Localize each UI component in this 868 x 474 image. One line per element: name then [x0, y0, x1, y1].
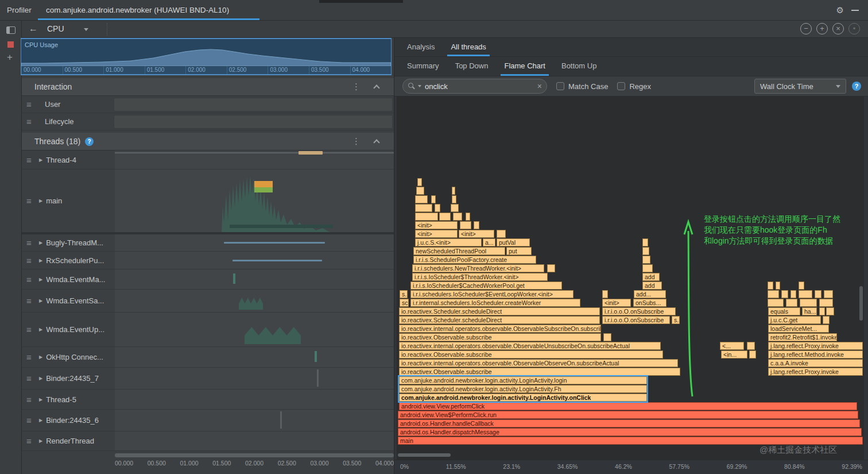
- regex-option[interactable]: Regex: [617, 82, 651, 91]
- collapse-chevron-icon[interactable]: [373, 139, 379, 145]
- kebab-menu-icon[interactable]: ⋮: [352, 136, 361, 147]
- thread-track[interactable]: [115, 290, 394, 312]
- thread-row[interactable]: ≡▶OkHttp Connec...: [22, 347, 394, 368]
- flame-frame[interactable]: [453, 213, 462, 221]
- match-case-checkbox[interactable]: [556, 82, 564, 90]
- zoom-out-button[interactable]: −: [800, 23, 812, 34]
- interaction-track[interactable]: [114, 115, 393, 129]
- flame-frame[interactable]: i.r.i.s.SchedulerPoolFactory.create: [413, 256, 536, 264]
- flame-frame[interactable]: newScheduledThreadPool: [413, 247, 505, 255]
- expand-arrow-icon[interactable]: ▶: [39, 376, 42, 381]
- flame-frame[interactable]: [642, 238, 648, 246]
- flame-frame[interactable]: [497, 230, 506, 238]
- drag-handle-icon[interactable]: ≡: [26, 196, 38, 206]
- sessions-panel-icon[interactable]: [6, 26, 16, 34]
- flame-frame[interactable]: j.lang.reflect.Method.invoke: [768, 350, 863, 359]
- flame-frame[interactable]: i.r.i.schedulers.IoScheduler$EventLoopWo…: [410, 290, 574, 298]
- search-options-caret-icon[interactable]: [418, 85, 421, 87]
- flame-frame[interactable]: [786, 299, 797, 307]
- expand-arrow-icon[interactable]: ▶: [39, 438, 42, 444]
- thread-row[interactable]: ≡▶RxSchedulerPu...: [22, 252, 394, 269]
- flame-frame[interactable]: <init>: [415, 230, 458, 238]
- zoom-in-button[interactable]: +: [816, 23, 828, 34]
- thread-track[interactable]: [115, 313, 394, 346]
- thread-track[interactable]: [115, 269, 394, 289]
- flame-frame[interactable]: android.view.View$PerformClick.run: [398, 411, 858, 419]
- flame-frame[interactable]: io.reactivex.Scheduler.scheduleDirect: [399, 307, 600, 315]
- flame-frame[interactable]: [823, 316, 830, 324]
- flame-frame[interactable]: add...: [634, 290, 666, 298]
- flame-frame[interactable]: [452, 195, 456, 203]
- flame-frame[interactable]: [776, 282, 780, 290]
- flame-frame[interactable]: j.lang.reflect.Proxy.invoke: [768, 342, 863, 350]
- flame-frame[interactable]: main: [398, 437, 863, 445]
- thread-row[interactable]: ≡▶Binder:24435_7: [22, 368, 394, 390]
- vertical-scrollbar[interactable]: [859, 286, 863, 321]
- flame-frame[interactable]: <init>: [459, 230, 494, 238]
- flame-frame[interactable]: [439, 213, 451, 221]
- search-input[interactable]: [425, 82, 535, 91]
- flame-frame[interactable]: [603, 333, 611, 341]
- thread-row[interactable]: ≡▶Bugly-ThreadM...: [22, 234, 394, 252]
- flame-frame[interactable]: [799, 290, 812, 298]
- flame-frame[interactable]: <init>: [602, 299, 631, 307]
- match-case-option[interactable]: Match Case: [556, 82, 608, 91]
- drag-handle-icon[interactable]: ≡: [26, 275, 38, 284]
- regex-checkbox[interactable]: [617, 82, 625, 90]
- flame-frame[interactable]: [768, 282, 773, 290]
- drag-handle-icon[interactable]: ≡: [26, 352, 38, 362]
- cpu-usage-chart[interactable]: CPU Usage 00.00000.50001.00001.50002.000…: [21, 38, 392, 75]
- flame-frame[interactable]: [747, 342, 755, 350]
- flame-frame[interactable]: <...: [720, 342, 744, 350]
- flame-frame[interactable]: i.r.i.s.IoScheduler$CachedWorkerPool.get: [410, 282, 562, 290]
- kebab-menu-icon[interactable]: ⋮: [352, 82, 361, 92]
- clear-search-icon[interactable]: ×: [537, 82, 542, 91]
- flame-frame[interactable]: [642, 247, 649, 255]
- flame-frame[interactable]: io.reactivex.internal.operators.observab…: [399, 325, 601, 333]
- flame-frame[interactable]: io.reactivex.internal.operators.observab…: [399, 359, 678, 367]
- flame-frame[interactable]: io.reactivex.Observable.subscribe: [399, 333, 601, 341]
- clock-type-dropdown[interactable]: Wall Clock Time: [754, 79, 846, 94]
- flame-frame[interactable]: a...: [483, 238, 495, 246]
- flame-frame[interactable]: [415, 204, 432, 212]
- flame-frame[interactable]: [642, 264, 653, 272]
- flame-frame[interactable]: retrofit2.Retrofit$1.invoke: [768, 333, 837, 341]
- expand-arrow-icon[interactable]: ▶: [39, 157, 42, 163]
- reset-zoom-button[interactable]: ×: [832, 23, 844, 34]
- subtab-bottom-up[interactable]: Bottom Up: [553, 57, 604, 76]
- flame-frame[interactable]: onSubs...: [633, 299, 666, 307]
- thread-track[interactable]: [115, 410, 394, 431]
- flame-frame[interactable]: i.r.i.s.IoScheduler$ThreadWorker.<init>: [412, 273, 548, 281]
- tab-analysis[interactable]: Analysis: [399, 38, 443, 56]
- flame-frame[interactable]: [417, 178, 422, 186]
- flame-frame[interactable]: [781, 290, 788, 298]
- flame-frame[interactable]: c.a.a.A.invoke: [768, 359, 863, 367]
- flame-frame[interactable]: [416, 187, 424, 195]
- stage-selector[interactable]: CPU: [47, 24, 88, 33]
- back-arrow-icon[interactable]: ←: [29, 24, 38, 34]
- expand-arrow-icon[interactable]: ▶: [39, 258, 42, 263]
- flame-frame[interactable]: [474, 221, 479, 229]
- subtab-top-down[interactable]: Top Down: [447, 57, 497, 76]
- horizontal-scrollbar[interactable]: [398, 453, 451, 457]
- flame-frame[interactable]: [819, 299, 833, 307]
- thread-track[interactable]: [115, 390, 394, 409]
- thread-row[interactable]: ≡▶Wmda.EventUp...: [22, 313, 394, 347]
- expand-arrow-icon[interactable]: ▶: [39, 418, 42, 423]
- subtab-summary[interactable]: Summary: [399, 57, 447, 76]
- thread-row[interactable]: ≡▶Wmda.EventMa...: [22, 269, 394, 290]
- drag-handle-icon[interactable]: ≡: [26, 296, 38, 306]
- flame-frame[interactable]: putVal: [497, 238, 530, 246]
- flame-frame[interactable]: [790, 290, 796, 298]
- flame-frame[interactable]: <init>: [415, 221, 458, 229]
- drag-handle-icon[interactable]: ≡: [26, 256, 38, 265]
- flame-frame[interactable]: android.os.Handler.handleCallback: [398, 419, 860, 427]
- thread-row[interactable]: ≡▶Binder:24435_6: [22, 410, 394, 431]
- drag-handle-icon[interactable]: ≡: [26, 238, 38, 248]
- zoom-to-selection-button[interactable]: •: [848, 23, 860, 34]
- drag-handle-icon[interactable]: ≡: [26, 117, 38, 126]
- interaction-track[interactable]: [114, 98, 393, 111]
- drag-handle-icon[interactable]: ≡: [26, 373, 38, 383]
- flame-chart[interactable]: <init><init><init>j.u.c.S.<init>a...putV…: [397, 97, 864, 460]
- flame-frame[interactable]: [460, 221, 471, 229]
